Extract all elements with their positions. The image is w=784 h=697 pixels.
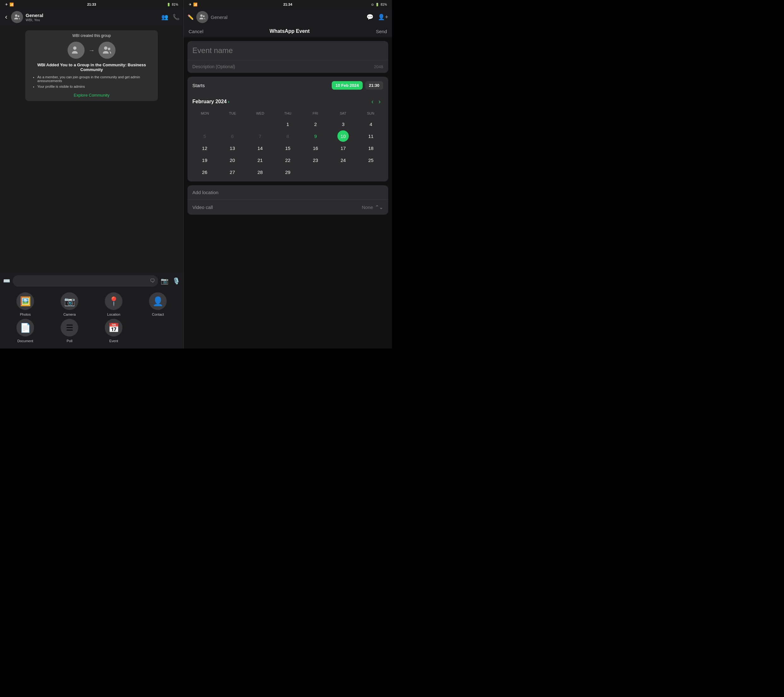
day-headers: MON TUE WED THU FRI SAT SUN [191,110,384,117]
cancel-button[interactable]: Cancel [189,29,204,34]
starts-label: Starts [193,83,329,88]
svg-point-2 [73,46,77,50]
day-cell-20[interactable]: 20 [227,154,238,166]
day-cell-4[interactable]: 4 [365,119,377,130]
video-call-label: Video call [193,204,362,210]
explore-community-link[interactable]: Explore Community [74,93,110,97]
svg-point-3 [104,46,108,50]
event-form: Event name Description (Optional) 2048 S… [184,37,392,348]
attach-location[interactable]: 📍 Location [105,292,122,316]
group-avatar-left [11,11,23,23]
day-cell-8[interactable]: 8 [282,130,293,142]
day-cell-empty-2 [227,119,238,130]
calendar-grid: MON TUE WED THU FRI SAT SUN 1 2 3 4 [188,109,388,181]
day-cell-9[interactable]: 9 [310,130,321,142]
group-info: General WBI, You [26,13,158,22]
right-nav-icons: 💬 👤+ [366,13,388,20]
day-cell-3[interactable]: 3 [338,119,349,130]
day-cell-5[interactable]: 5 [199,130,210,142]
day-cell-23[interactable]: 23 [310,154,321,166]
date-chip[interactable]: 10 Feb 2024 [332,81,362,90]
day-cell-17[interactable]: 17 [338,142,349,154]
attach-event[interactable]: 📅 Event [105,319,122,343]
day-cell-18[interactable]: 18 [365,142,377,154]
stepper-icon[interactable]: ⌃⌄ [375,204,383,210]
camera-input-icon[interactable]: 📷 [161,277,168,285]
chat-bubble-icon[interactable]: 💬 [366,13,373,20]
battery-icon-right: 🔋 [375,3,379,6]
poll-label: Poll [67,339,72,343]
time-chip[interactable]: 21:30 [365,81,383,90]
day-cell-2[interactable]: 2 [310,119,321,130]
day-cell-27[interactable]: 27 [227,166,238,178]
prev-month-button[interactable]: ‹ [369,97,376,106]
day-cell-1[interactable]: 1 [282,119,293,130]
day-cell-21[interactable]: 21 [254,154,266,166]
join-graphic: → [30,42,153,59]
day-cell-11[interactable]: 11 [365,130,377,142]
community-icon[interactable]: 👥 [161,13,168,20]
person-add-icon[interactable]: 👤+ [378,13,388,20]
day-cell-25[interactable]: 25 [365,154,377,166]
sticker-icon[interactable]: 🗨 [150,278,155,284]
attach-poll[interactable]: ☰ Poll [61,319,78,343]
day-cell-empty-6 [365,166,377,178]
day-cell-15[interactable]: 15 [282,142,293,154]
add-location-label: Add location [193,190,383,195]
send-button[interactable]: Send [376,29,387,34]
microphone-icon[interactable]: 🎙️ [172,277,180,285]
video-call-row[interactable]: Video call None ⌃⌄ [188,200,388,215]
bottom-options: Add location Video call None ⌃⌄ [188,185,388,215]
svg-point-4 [108,48,110,50]
day-cell-10[interactable]: 10 [338,130,349,142]
battery-icon-left: 🔋 [166,3,170,6]
event-dialog-title: WhatsApp Event [270,28,310,34]
add-location-row[interactable]: Add location [188,185,388,200]
wifi-icon-right: 📶 [193,3,198,7]
back-button[interactable]: ‹ [4,12,8,22]
location-label: Location [107,313,120,316]
focus-icon-right: ⊙ [371,3,374,6]
chat-area: WBI created this group → WBI Added You t… [0,25,183,273]
camera-icon: 📷 [61,292,78,310]
day-cell-26[interactable]: 26 [199,166,210,178]
contact-icon: 👤 [149,292,166,310]
day-cell-19[interactable]: 19 [199,154,210,166]
attach-camera[interactable]: 📷 Camera [61,292,78,316]
day-cell-12[interactable]: 12 [199,142,210,154]
phone-add-icon[interactable]: 📞 [173,13,180,20]
event-label: Event [109,339,118,343]
attach-photos[interactable]: 🖼️ Photos [16,292,34,316]
airplane-icon-right: ✈ [189,3,191,7]
day-cell-28[interactable]: 28 [254,166,266,178]
group-name-right: General [211,15,364,20]
day-cell-24[interactable]: 24 [338,154,349,166]
nav-bar-left: ‹ General WBI, You 👥 📞 [0,9,183,25]
day-cell-14[interactable]: 14 [254,142,266,154]
day-tue: TUE [219,110,247,117]
event-name-input[interactable]: Event name [188,41,388,60]
day-cell-16[interactable]: 16 [310,142,321,154]
day-sat: SAT [329,110,357,117]
event-desc-input[interactable]: Description (Optional) [193,64,235,69]
day-cell-13[interactable]: 13 [227,142,238,154]
attach-document[interactable]: 📄 Document [16,319,34,343]
attach-contact[interactable]: 👤 Contact [149,292,166,316]
join-title: WBI Added You to a Group in the Communit… [30,63,153,72]
day-cell-22[interactable]: 22 [282,154,293,166]
status-bar-right: ✈ 📶 21:34 ⊙ 🔋 81% [184,0,392,9]
wifi-icon: 📶 [10,3,14,7]
day-cell-7[interactable]: 7 [254,130,266,142]
svg-point-0 [15,15,17,17]
keyboard-icon[interactable]: ⌨️ [3,277,10,284]
day-cell-29[interactable]: 29 [282,166,293,178]
avatar-from [68,42,85,59]
month-chevron-icon[interactable]: › [228,99,229,104]
text-input-wrap[interactable]: 🗨 [13,275,158,287]
day-cell-6[interactable]: 6 [227,130,238,142]
svg-point-1 [18,15,20,17]
event-desc-row: Description (Optional) 2048 [188,60,388,73]
battery-pct-left: 81% [172,3,178,6]
pencil-icon[interactable]: ✏️ [188,14,194,20]
next-month-button[interactable]: › [376,97,383,106]
